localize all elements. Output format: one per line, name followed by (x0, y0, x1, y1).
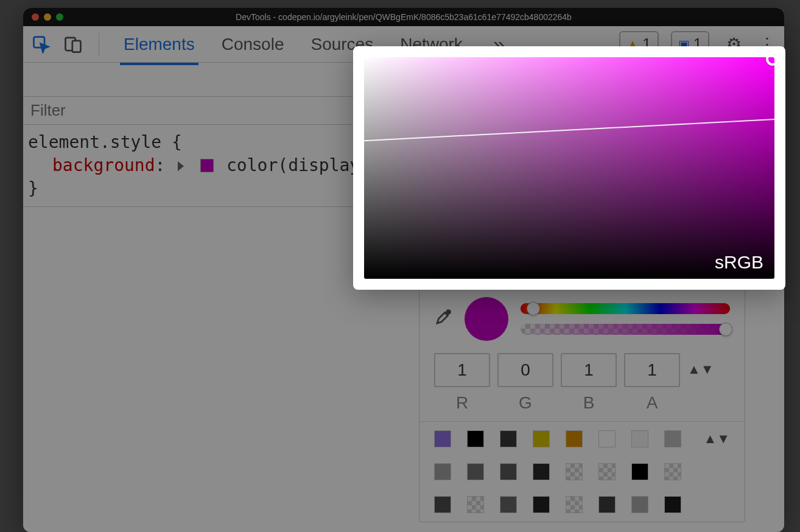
window-title: DevTools - codepen.io/argyleink/pen/QWBg… (23, 12, 784, 22)
swatch[interactable] (631, 430, 648, 447)
alpha-slider[interactable] (521, 324, 730, 335)
swatch[interactable] (631, 463, 648, 480)
swatch[interactable] (631, 496, 648, 513)
svg-rect-3 (447, 310, 450, 313)
gamut-boundary-line (364, 57, 774, 149)
swatch[interactable] (500, 496, 517, 513)
swatch[interactable] (664, 463, 681, 480)
color-swatch-icon[interactable] (200, 159, 214, 172)
swatch[interactable] (664, 430, 681, 447)
svg-rect-2 (72, 40, 81, 52)
zoom-window-button[interactable] (56, 13, 63, 21)
hue-slider[interactable] (521, 303, 730, 314)
swatches-toggle[interactable]: ▲▼ (703, 431, 730, 447)
current-color-preview (465, 297, 508, 341)
swatch[interactable] (566, 463, 583, 480)
close-window-button[interactable] (32, 13, 39, 21)
channel-r-input[interactable] (434, 353, 490, 387)
tab-console[interactable]: Console (222, 26, 284, 63)
channel-a-input[interactable] (624, 353, 680, 387)
color-spectrum-popup: sRGB (353, 46, 785, 290)
swatch[interactable] (664, 496, 681, 513)
traffic-lights (23, 13, 63, 21)
alpha-slider-thumb[interactable] (719, 323, 732, 336)
spectrum-cursor[interactable] (766, 57, 774, 66)
gamut-label: sRGB (715, 252, 763, 273)
channel-b-input[interactable] (561, 353, 617, 387)
channel-r-label: R (456, 393, 468, 413)
swatch[interactable] (500, 463, 517, 480)
swatch[interactable] (598, 430, 616, 447)
swatch[interactable] (598, 463, 616, 480)
device-toolbar-icon[interactable] (63, 35, 83, 54)
window-titlebar: DevTools - codepen.io/argyleink/pen/QWBg… (23, 8, 784, 26)
color-swatches: ▲▼ (419, 422, 745, 522)
toolbar-divider (99, 33, 99, 56)
channel-g-label: G (519, 393, 532, 413)
swatch[interactable] (533, 430, 550, 447)
swatch[interactable] (467, 430, 484, 447)
color-format-toggle[interactable]: ▲▼ (687, 362, 714, 377)
inspect-element-icon[interactable] (32, 35, 51, 54)
channel-b-label: B (583, 393, 595, 413)
expand-value-icon[interactable] (178, 161, 184, 171)
swatch[interactable] (434, 430, 451, 447)
hue-slider-thumb[interactable] (527, 302, 540, 315)
channel-g-input[interactable] (497, 353, 553, 387)
swatch[interactable] (467, 496, 484, 513)
minimize-window-button[interactable] (44, 13, 51, 21)
swatch[interactable] (434, 496, 451, 513)
swatch[interactable] (533, 463, 550, 480)
swatch[interactable] (566, 430, 583, 447)
eyedropper-icon[interactable] (434, 308, 452, 331)
swatch[interactable] (467, 463, 484, 480)
swatch[interactable] (500, 430, 517, 447)
color-spectrum[interactable]: sRGB (364, 57, 774, 279)
color-picker-panel: R G B A ▲▼ ▲▼ (419, 288, 745, 522)
tab-elements[interactable]: Elements (124, 26, 195, 63)
swatch[interactable] (566, 496, 583, 513)
channel-a-label: A (647, 393, 658, 413)
swatch[interactable] (598, 496, 616, 513)
swatch[interactable] (533, 496, 550, 513)
swatch[interactable] (434, 463, 451, 480)
